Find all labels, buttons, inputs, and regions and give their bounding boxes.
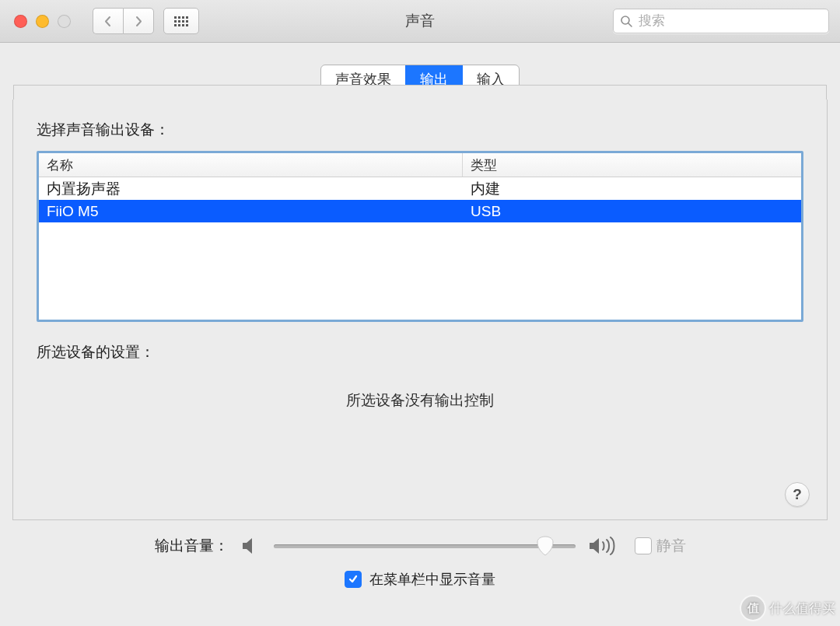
svg-line-1 [628, 23, 632, 26]
help-button[interactable]: ? [785, 482, 810, 507]
output-volume-label: 输出音量： [155, 536, 229, 556]
column-header-name[interactable]: 名称 [39, 153, 463, 177]
list-header: 名称 类型 [39, 153, 801, 177]
search-icon [620, 15, 632, 27]
device-type: USB [463, 202, 801, 221]
device-row[interactable]: 内置扬声器 内建 [39, 177, 801, 200]
mute-label: 静音 [656, 536, 686, 556]
output-device-list[interactable]: 名称 类型 内置扬声器 内建 FiiO M5 USB [37, 151, 803, 322]
volume-footer: 输出音量： 静音 在菜单栏中显示音量 [12, 520, 828, 589]
window-controls [0, 15, 71, 28]
select-device-label: 选择声音输出设备： [37, 120, 803, 140]
close-window-button[interactable] [14, 15, 27, 28]
watermark: 值 什么值得买 [740, 595, 835, 621]
content-area: 声音效果 输出 输入 选择声音输出设备： 名称 类型 内置扬声器 内建 FiiO… [0, 43, 840, 589]
output-panel: 选择声音输出设备： 名称 类型 内置扬声器 内建 FiiO M5 USB 所选设… [12, 100, 828, 520]
minimize-window-button[interactable] [36, 15, 49, 28]
volume-max-icon [588, 537, 616, 555]
mute-control[interactable]: 静音 [635, 536, 686, 556]
search-input[interactable] [637, 12, 822, 30]
slider-thumb[interactable] [536, 536, 555, 556]
search-field-container[interactable] [613, 9, 829, 33]
device-type: 内建 [463, 178, 801, 200]
watermark-text: 什么值得买 [769, 600, 835, 617]
device-row[interactable]: FiiO M5 USB [39, 200, 801, 222]
back-button[interactable] [93, 8, 123, 34]
grid-icon [174, 16, 188, 26]
device-settings-message: 所选设备没有输出控制 [37, 390, 803, 411]
titlebar: 声音 [0, 0, 840, 43]
device-name: FiiO M5 [39, 202, 463, 221]
zoom-window-button [58, 15, 71, 28]
show-volume-in-menubar-label: 在菜单栏中显示音量 [369, 570, 495, 589]
column-header-type[interactable]: 类型 [463, 153, 801, 177]
device-settings-label: 所选设备的设置： [37, 342, 803, 362]
chevron-right-icon [134, 16, 143, 27]
checkmark-icon [348, 574, 359, 585]
show-all-prefs-button[interactable] [163, 8, 199, 34]
chevron-left-icon [103, 16, 113, 27]
device-name: 内置扬声器 [39, 178, 463, 200]
watermark-badge-icon: 值 [740, 595, 766, 621]
forward-button[interactable] [123, 8, 154, 34]
nav-back-forward [93, 8, 154, 34]
volume-min-icon [241, 537, 261, 554]
show-volume-in-menubar-checkbox[interactable] [345, 571, 362, 588]
mute-checkbox[interactable] [635, 537, 652, 554]
output-volume-slider[interactable] [274, 544, 576, 548]
